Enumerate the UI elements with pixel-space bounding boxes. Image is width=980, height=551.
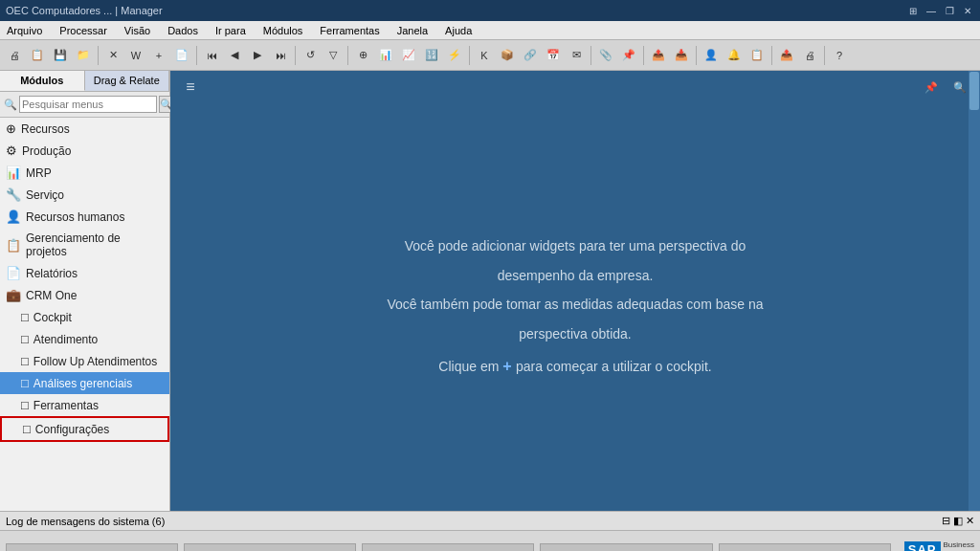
toolbar-btn-8[interactable]: 📄: [171, 45, 192, 66]
rh-icon: 👤: [6, 209, 21, 224]
projetos-icon: 📋: [6, 238, 21, 253]
scrollbar[interactable]: [969, 71, 980, 511]
toolbar-btn-3[interactable]: 💾: [50, 45, 71, 66]
sidebar-item-label: Recursos humanos: [26, 210, 124, 224]
toolbar-btn-nav1[interactable]: ⏮: [201, 45, 222, 66]
toolbar-btn-2[interactable]: 📋: [27, 45, 48, 66]
toolbar-btn-c[interactable]: 📈: [398, 45, 419, 66]
relatorios-icon: 📄: [6, 266, 21, 280]
toolbar-btn-e[interactable]: ⚡: [444, 45, 465, 66]
tab-modulos[interactable]: Módulos: [0, 71, 85, 91]
status-icon-3[interactable]: ✕: [966, 515, 974, 527]
hamburger-menu-btn[interactable]: ≡: [180, 77, 201, 98]
toolbar-btn-o[interactable]: 👤: [701, 45, 722, 66]
status-text: Log de mensagens do sistema (6): [6, 516, 165, 527]
sidebar-item-followup[interactable]: □ Follow Up Atendimentos: [0, 350, 169, 372]
content-area: ≡ 📌 🔍 Você pode adicionar widgets para t…: [170, 71, 980, 511]
menu-ajuda[interactable]: Ajuda: [442, 24, 475, 37]
search-content-btn[interactable]: 🔍: [949, 77, 970, 98]
tab-drag-relate[interactable]: Drag & Relate: [85, 71, 170, 91]
toolbar-btn-p[interactable]: 🔔: [724, 45, 745, 66]
toolbar-btn-n[interactable]: 📥: [671, 45, 692, 66]
menu-janela[interactable]: Janela: [394, 24, 431, 37]
producao-icon: ⚙: [6, 143, 17, 158]
sap-box: SAP: [904, 541, 941, 551]
sidebar-item-label: Relatórios: [26, 267, 78, 280]
sidebar-item-label: Ferramentas: [33, 399, 99, 412]
menu-visao[interactable]: Visão: [122, 24, 153, 37]
minimize-button[interactable]: —: [924, 6, 939, 16]
plus-icon[interactable]: +: [502, 358, 516, 374]
toolbar-btn-r[interactable]: 📤: [776, 45, 797, 66]
bottom-bar-section-3: [362, 543, 534, 552]
toolbar-btn-s[interactable]: 🖨: [799, 45, 820, 66]
sidebar-item-rh[interactable]: 👤 Recursos humanos: [0, 206, 169, 228]
toolbar-btn-filter[interactable]: ▽: [323, 45, 344, 66]
status-icon-1[interactable]: ⊟: [942, 515, 950, 527]
toolbar-btn-nav3[interactable]: ▶: [247, 45, 268, 66]
close-button[interactable]: ✕: [961, 6, 974, 16]
window-controls: ⊞ — ❐ ✕: [906, 6, 974, 16]
sidebar-item-mrp[interactable]: 📊 MRP: [0, 162, 169, 184]
toolbar-btn-7[interactable]: +: [148, 45, 169, 66]
toolbar-btn-q[interactable]: 📋: [746, 45, 768, 66]
toolbar-btn-4[interactable]: 📁: [73, 45, 94, 66]
sidebar-item-label: Configurações: [35, 423, 109, 436]
grid-icon[interactable]: ⊞: [906, 6, 920, 16]
toolbar-btn-i[interactable]: 📅: [543, 45, 564, 66]
toolbar-btn-help[interactable]: ?: [829, 45, 850, 66]
menu-modulos[interactable]: Módulos: [260, 24, 306, 37]
toolbar-btn-nav2[interactable]: ◀: [224, 45, 245, 66]
menu-dados[interactable]: Dados: [165, 24, 201, 37]
sidebar-item-label: Produção: [22, 144, 71, 158]
sidebar-item-analises[interactable]: □ Análises gerenciais: [0, 372, 169, 394]
toolbar-btn-6[interactable]: W: [125, 45, 146, 66]
sidebar-item-producao[interactable]: ⚙ Produção: [0, 140, 169, 162]
toolbar-btn-d[interactable]: 🔢: [421, 45, 442, 66]
sidebar-tabs: Módulos Drag & Relate: [0, 71, 169, 92]
sidebar-item-crm[interactable]: 💼 CRM One: [0, 284, 169, 306]
menu-ferramentas[interactable]: Ferramentas: [317, 24, 382, 37]
sidebar-item-atendimento[interactable]: □ Atendimento: [0, 328, 169, 350]
toolbar-btn-a[interactable]: ⊕: [352, 45, 373, 66]
toolbar-btn-b[interactable]: 📊: [375, 45, 396, 66]
toolbar-btn-1[interactable]: 🖨: [4, 45, 25, 66]
toolbar-btn-5[interactable]: ✕: [102, 45, 123, 66]
sidebar-item-cockpit[interactable]: □ Cockpit: [0, 306, 169, 328]
menu-arquivo[interactable]: Arquivo: [4, 24, 45, 37]
analises-icon: □: [21, 376, 29, 390]
search-input[interactable]: [19, 96, 157, 113]
sidebar-item-configuracoes[interactable]: □ Configurações: [0, 416, 169, 442]
sep-10: [824, 46, 825, 65]
sidebar-item-servico[interactable]: 🔧 Serviço: [0, 184, 169, 206]
sidebar-item-relatorios[interactable]: 📄 Relatórios: [0, 262, 169, 284]
sidebar-item-label: Gerenciamento de projetos: [26, 231, 164, 258]
welcome-message: Você pode adicionar widgets para ter uma…: [387, 231, 763, 383]
welcome-line5: Clique em + para começar a utilizar o co…: [387, 349, 763, 383]
restore-button[interactable]: ❐: [943, 6, 957, 16]
sep-6: [590, 46, 591, 65]
mrp-icon: 📊: [6, 165, 21, 180]
welcome-line2: desempenho da empresa.: [387, 261, 763, 291]
scrollbar-thumb[interactable]: [969, 72, 979, 110]
sep-2: [196, 46, 197, 65]
menu-ir-para[interactable]: Ir para: [212, 24, 249, 37]
toolbar-btn-k[interactable]: 📎: [595, 45, 616, 66]
sidebar-item-ferramentas[interactable]: □ Ferramentas: [0, 394, 169, 416]
menu-processar[interactable]: Processar: [56, 24, 110, 37]
sidebar-item-label: Atendimento: [33, 333, 98, 346]
sidebar: Módulos Drag & Relate 🔍 🔍 ⊕ Recursos ⚙ P…: [0, 71, 170, 511]
toolbar-btn-g[interactable]: 📦: [497, 45, 518, 66]
status-icon-2[interactable]: ◧: [953, 515, 963, 527]
toolbar-btn-nav4[interactable]: ⏭: [270, 45, 291, 66]
toolbar-btn-refresh[interactable]: ↺: [300, 45, 321, 66]
toolbar-btn-f[interactable]: K: [474, 45, 495, 66]
sidebar-item-recursos[interactable]: ⊕ Recursos: [0, 118, 169, 140]
toolbar-btn-j[interactable]: ✉: [566, 45, 587, 66]
toolbar-btn-m[interactable]: 📤: [648, 45, 669, 66]
pin-icon[interactable]: 📌: [921, 77, 942, 98]
toolbar-btn-l[interactable]: 📌: [618, 45, 639, 66]
toolbar-btn-h[interactable]: 🔗: [520, 45, 541, 66]
sap-logo: SAP BusinessOne: [904, 541, 974, 551]
sidebar-item-projetos[interactable]: 📋 Gerenciamento de projetos: [0, 228, 169, 262]
